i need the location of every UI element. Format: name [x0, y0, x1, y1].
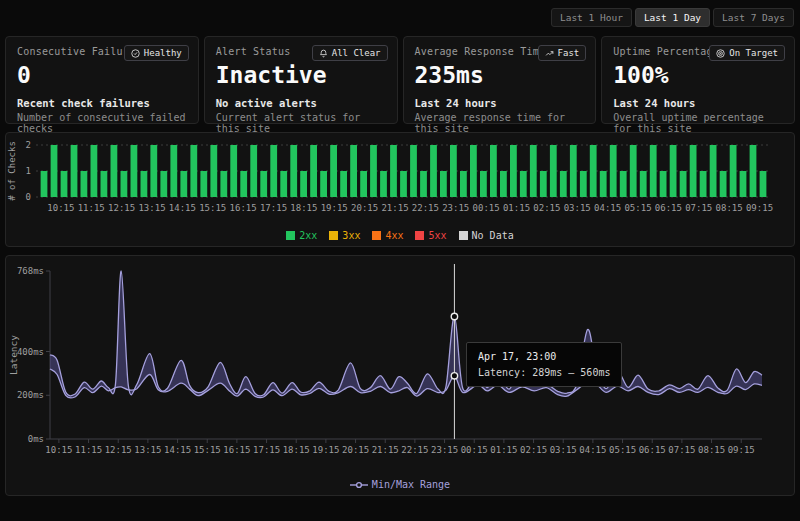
- line-series-icon: [350, 481, 368, 489]
- check-bar: [660, 171, 667, 197]
- card-subtitle: Last 24 hours: [613, 97, 783, 109]
- x-tick-label: 02:15: [533, 203, 560, 213]
- check-bar: [640, 171, 647, 197]
- legend-label: No Data: [472, 230, 514, 241]
- check-bar: [600, 171, 607, 197]
- x-tick-label: 17:15: [260, 203, 287, 213]
- check-bar: [220, 171, 227, 197]
- x-tick-label: 04:15: [579, 445, 606, 455]
- card-subtitle: No active alerts: [216, 97, 386, 109]
- card-value: 235ms: [415, 62, 585, 88]
- check-bar: [290, 145, 297, 197]
- bell-icon: [319, 49, 328, 58]
- x-tick-label: 16:15: [230, 203, 257, 213]
- check-bar: [550, 145, 557, 197]
- legend-swatch: [415, 231, 424, 240]
- check-bar: [610, 145, 617, 197]
- status-badge: Healthy: [124, 45, 189, 61]
- range-button-7-days[interactable]: Last 7 Days: [713, 8, 794, 27]
- latency-area-chart[interactable]: 0ms200ms400ms768msLatency10:1511:1512:15…: [6, 256, 794, 478]
- badge-label: Fast: [558, 48, 580, 58]
- legend-label: 5xx: [428, 230, 446, 241]
- x-tick-label: 04:15: [594, 203, 621, 213]
- x-tick-label: 09:15: [728, 445, 755, 455]
- y-tick-label: 1: [26, 166, 31, 176]
- x-tick-label: 22:15: [412, 203, 439, 213]
- x-tick-label: 13:15: [134, 445, 161, 455]
- check-bar: [280, 171, 287, 197]
- check-bar: [560, 171, 567, 197]
- x-tick-label: 12:15: [108, 203, 135, 213]
- check-bar: [131, 145, 138, 197]
- x-tick-label: 08:15: [716, 203, 743, 213]
- check-bar: [620, 171, 627, 197]
- badge-label: Healthy: [144, 48, 182, 58]
- legend-item: 3xx: [329, 230, 360, 241]
- x-tick-label: 10:15: [47, 203, 74, 213]
- range-button-1-hour[interactable]: Last 1 Hour: [551, 8, 632, 27]
- check-bar: [330, 145, 337, 197]
- x-tick-label: 07:15: [685, 203, 712, 213]
- check-bar: [690, 145, 697, 197]
- check-bar: [51, 145, 58, 197]
- circle-check-icon: [131, 49, 140, 58]
- check-bar: [340, 171, 347, 197]
- legend-item: No Data: [459, 230, 514, 241]
- check-bar: [440, 171, 447, 197]
- x-tick-label: 06:15: [655, 203, 682, 213]
- y-tick-label: 768ms: [17, 266, 44, 276]
- legend-swatch: [459, 231, 468, 240]
- check-bar: [350, 145, 357, 197]
- y-tick-label: 200ms: [17, 390, 44, 400]
- tooltip-timestamp: Apr 17, 23:00: [478, 351, 610, 362]
- legend-swatch: [329, 231, 338, 240]
- max-line: [50, 271, 762, 396]
- check-bar: [190, 145, 197, 197]
- check-bar: [370, 145, 377, 197]
- check-bar: [740, 171, 747, 197]
- card-consecutive-failures: Consecutive Failures Healthy 0 Recent ch…: [5, 36, 199, 124]
- legend-item: 5xx: [415, 230, 446, 241]
- x-tick-label: 14:15: [164, 445, 191, 455]
- check-bar: [420, 171, 427, 197]
- x-tick-label: 08:15: [698, 445, 725, 455]
- time-range-selector: Last 1 Hour Last 1 Day Last 7 Days: [5, 8, 794, 27]
- check-bar: [580, 171, 587, 197]
- check-bar: [520, 171, 527, 197]
- range-button-1-day[interactable]: Last 1 Day: [635, 8, 710, 27]
- check-bar: [310, 145, 317, 197]
- x-tick-label: 12:15: [105, 445, 132, 455]
- x-tick-label: 05:15: [624, 203, 651, 213]
- check-bar: [630, 145, 637, 197]
- x-tick-label: 13:15: [138, 203, 165, 213]
- checks-bar-chart[interactable]: 012# of Checks10:1511:1512:1513:1514:151…: [6, 133, 794, 229]
- legend-label: 4xx: [385, 230, 403, 241]
- check-bar: [360, 171, 367, 197]
- card-description: Average response time for this site: [415, 112, 585, 134]
- max-point-marker: [451, 313, 457, 319]
- x-tick-label: 20:15: [351, 203, 378, 213]
- card-description: Overall uptime percentage for this site: [613, 112, 783, 134]
- check-bar: [470, 145, 477, 197]
- x-tick-label: 02:15: [520, 445, 547, 455]
- check-bar: [101, 171, 108, 197]
- y-tick-label: 2: [26, 140, 31, 150]
- check-bar: [510, 145, 517, 197]
- check-bar: [500, 171, 507, 197]
- x-tick-label: 15:15: [194, 445, 221, 455]
- card-alert-status: Alert Status All Clear Inactive No activ…: [204, 36, 398, 124]
- check-bar: [490, 145, 497, 197]
- check-bar: [200, 171, 207, 197]
- uptime-dashboard: Last 1 Hour Last 1 Day Last 7 Days Conse…: [0, 0, 800, 521]
- x-tick-label: 00:15: [461, 445, 488, 455]
- y-axis-title: Latency: [8, 335, 19, 375]
- stat-cards-row: Consecutive Failures Healthy 0 Recent ch…: [5, 36, 795, 124]
- check-bar: [240, 171, 247, 197]
- x-tick-label: 23:15: [442, 203, 469, 213]
- legend-label: 3xx: [342, 230, 360, 241]
- card-value: Inactive: [216, 62, 386, 88]
- x-tick-label: 11:15: [78, 203, 105, 213]
- x-tick-label: 16:15: [223, 445, 250, 455]
- check-bar: [650, 145, 657, 197]
- check-bar: [91, 145, 98, 197]
